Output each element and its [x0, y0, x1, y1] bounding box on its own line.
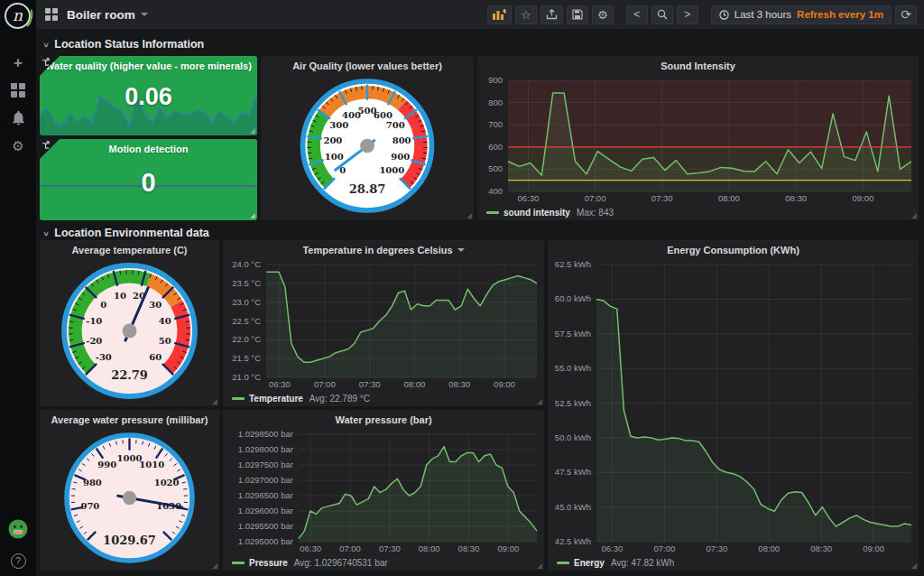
- svg-text:1.0297000 bar: 1.0297000 bar: [238, 475, 293, 485]
- panel-water-quality: Water quality (higher value - more miner…: [40, 56, 257, 135]
- svg-text:06:30: 06:30: [517, 193, 539, 203]
- svg-text:600: 600: [374, 110, 393, 120]
- legend[interactable]: sound intensity Max: 843: [486, 206, 614, 218]
- svg-text:970: 970: [80, 501, 99, 511]
- svg-text:200: 200: [323, 135, 342, 145]
- top-nav: Boiler room ☆ ⚙ < > Last 3 hours: [36, 0, 924, 29]
- panel-title[interactable]: Energy Consumption (KWh): [548, 240, 919, 259]
- svg-text:800: 800: [488, 98, 503, 107]
- dashboard-title[interactable]: Boiler room: [67, 8, 135, 22]
- star-button[interactable]: ☆: [515, 5, 537, 24]
- svg-text:10: 10: [114, 291, 126, 301]
- panel-title[interactable]: Water quality (higher value - more miner…: [40, 56, 257, 71]
- svg-text:900: 900: [488, 75, 503, 85]
- panel-title[interactable]: Motion detection: [40, 139, 257, 154]
- svg-text:08:30: 08:30: [458, 543, 480, 553]
- legend-swatch: [486, 211, 499, 214]
- svg-text:1.0297500 bar: 1.0297500 bar: [238, 460, 293, 469]
- panel-energy-consumption: Energy Consumption (KWh) 42.5 kWh45.0 kW…: [548, 240, 919, 571]
- legend[interactable]: Energy Avg: 47.82 kWh: [557, 556, 674, 569]
- panel-air-quality: Air Quality (lower values better) 010020…: [261, 56, 474, 220]
- svg-text:47.5 kWh: 47.5 kWh: [555, 467, 591, 477]
- svg-text:60: 60: [149, 352, 162, 362]
- app-logo[interactable]: n: [5, 3, 31, 29]
- dashboards-icon[interactable]: [6, 80, 30, 100]
- svg-text:07:30: 07:30: [651, 193, 673, 203]
- settings-gear-icon[interactable]: ⚙: [6, 136, 30, 156]
- legend-swatch: [557, 562, 569, 564]
- panel-menu-caret-icon[interactable]: [457, 248, 465, 252]
- panel-temperature-chart: Temperature in degrees Celsius 21.0 °C21…: [223, 240, 544, 406]
- svg-text:09:00: 09:00: [863, 543, 884, 553]
- svg-text:-10: -10: [86, 316, 102, 326]
- share-button[interactable]: [541, 5, 563, 24]
- svg-text:07:30: 07:30: [706, 543, 727, 553]
- alerts-bell-icon[interactable]: [6, 108, 30, 128]
- air-quality-gauge: 0100200300400500600700800900100028.87: [261, 75, 474, 217]
- dashboard-grid-icon[interactable]: [45, 8, 58, 21]
- svg-text:08:00: 08:00: [404, 379, 426, 389]
- svg-text:1.0295000 bar: 1.0295000 bar: [238, 536, 293, 546]
- svg-text:08:00: 08:00: [758, 543, 780, 553]
- panel-link-icon[interactable]: [40, 139, 60, 159]
- time-back-button[interactable]: <: [626, 5, 648, 24]
- user-avatar[interactable]: [8, 519, 28, 543]
- svg-text:1.0295500 bar: 1.0295500 bar: [238, 521, 293, 531]
- svg-text:990: 990: [97, 460, 116, 469]
- panel-title[interactable]: Water pressure (bar): [223, 410, 544, 429]
- grafana-dashboard: n + ⚙ ?: [0, 0, 924, 576]
- clock-icon: [719, 10, 729, 20]
- avg-temperature-gauge: -30-20-10010203040506022.79: [40, 259, 219, 403]
- svg-text:24.0 °C: 24.0 °C: [232, 259, 261, 269]
- title-caret-icon[interactable]: [141, 13, 148, 16]
- plus-icon[interactable]: +: [6, 52, 30, 72]
- svg-text:30: 30: [149, 300, 162, 310]
- svg-text:1010: 1010: [139, 460, 164, 469]
- svg-text:57.5 kWh: 57.5 kWh: [555, 329, 591, 339]
- svg-text:42.5 kWh: 42.5 kWh: [555, 536, 591, 546]
- panel-title[interactable]: Temperature in degrees Celsius: [223, 240, 544, 259]
- sidebar: n + ⚙ ?: [0, 0, 36, 576]
- panel-title[interactable]: Average temperature (C): [40, 240, 219, 259]
- svg-text:-20: -20: [86, 336, 102, 346]
- svg-text:500: 500: [488, 163, 503, 173]
- svg-text:50: 50: [159, 336, 171, 346]
- sound-intensity-chart[interactable]: 40050060070080090006:3007:0007:3008:0008…: [477, 75, 919, 205]
- panel-title[interactable]: Average water pressure (millibar): [40, 410, 219, 429]
- zoom-out-button[interactable]: [651, 5, 673, 24]
- add-panel-button[interactable]: [487, 5, 512, 24]
- svg-text:1.0296000 bar: 1.0296000 bar: [238, 506, 293, 516]
- svg-text:07:00: 07:00: [314, 379, 336, 389]
- svg-text:21.5 °C: 21.5 °C: [232, 353, 261, 363]
- panel-link-icon[interactable]: [40, 56, 60, 76]
- legend[interactable]: Temperature Avg: 22.789 °C: [232, 392, 370, 404]
- energy-consumption-chart[interactable]: 42.5 kWh45.0 kWh47.5 kWh50.0 kWh52.5 kWh…: [548, 259, 919, 555]
- svg-text:07:00: 07:00: [339, 543, 361, 553]
- svg-text:08:00: 08:00: [718, 193, 740, 203]
- dashboard-settings-button[interactable]: ⚙: [592, 5, 614, 24]
- help-icon[interactable]: ?: [11, 553, 26, 569]
- panel-title[interactable]: Sound Intensity: [477, 56, 919, 75]
- time-picker[interactable]: Last 3 hours Refresh every 1m: [711, 5, 892, 24]
- refresh-interval-label[interactable]: Refresh every 1m: [797, 9, 883, 20]
- time-forward-button[interactable]: >: [677, 5, 698, 24]
- panel-title[interactable]: Air Quality (lower values better): [261, 56, 474, 75]
- svg-text:08:00: 08:00: [419, 543, 440, 553]
- row-status[interactable]: >Location Status Information: [43, 38, 204, 52]
- legend-swatch: [232, 397, 245, 400]
- svg-text:07:00: 07:00: [653, 543, 675, 553]
- panel-sound-intensity: Sound Intensity 40050060070080090006:300…: [477, 56, 919, 220]
- refresh-button[interactable]: ⟳: [895, 5, 917, 24]
- water-pressure-chart[interactable]: 1.0295000 bar1.0295500 bar1.0296000 bar1…: [223, 429, 544, 555]
- svg-text:07:00: 07:00: [585, 193, 606, 203]
- row-environmental[interactable]: >Location Environmental data: [43, 227, 209, 241]
- svg-text:400: 400: [488, 186, 503, 196]
- save-button[interactable]: [567, 5, 588, 24]
- svg-text:09:00: 09:00: [852, 193, 873, 203]
- temperature-chart[interactable]: 21.0 °C21.5 °C22.0 °C22.5 °C23.0 °C23.5 …: [223, 259, 544, 391]
- svg-text:1.0298000 bar: 1.0298000 bar: [238, 444, 293, 454]
- legend[interactable]: Pressure Avg: 1.0296740531 bar: [232, 556, 388, 569]
- svg-text:100: 100: [325, 152, 344, 162]
- svg-text:06:30: 06:30: [300, 543, 321, 553]
- svg-text:45.0 kWh: 45.0 kWh: [555, 502, 591, 512]
